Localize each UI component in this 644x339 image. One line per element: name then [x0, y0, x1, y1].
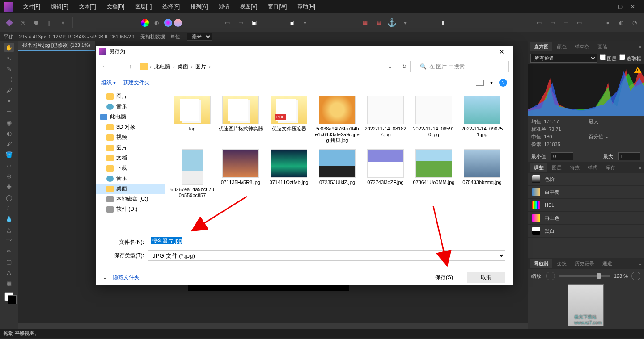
pen-icon[interactable]: ✑	[4, 247, 14, 255]
panel-menu-icon[interactable]: ≡	[639, 261, 641, 266]
horizontal-scrollbar[interactable]	[18, 323, 528, 329]
close-icon[interactable]: ✕	[631, 4, 635, 10]
tab-brushes[interactable]: 画笔	[594, 42, 611, 51]
marquee2-icon[interactable]: ▭	[235, 17, 246, 29]
hue-icon[interactable]	[164, 19, 172, 27]
menu-view[interactable]: 视图[V]	[235, 0, 263, 13]
sidebar-item[interactable]: 桌面	[96, 184, 165, 194]
menu-select[interactable]: 选择[S]	[157, 0, 185, 13]
persona-photo-icon[interactable]: ◎	[17, 17, 29, 29]
menu-filter[interactable]: 滤镜	[213, 0, 235, 13]
tab-color[interactable]: 颜色	[553, 42, 570, 51]
filename-input[interactable]: 报名照片.jpg	[148, 237, 505, 247]
selection-checkbox[interactable]: 选取框	[619, 54, 641, 62]
move-tool-icon[interactable]: ↖	[4, 54, 14, 63]
search-input[interactable]: 🔍 在 图片 中搜索	[417, 61, 509, 72]
eraser-icon[interactable]: ▱	[4, 161, 14, 170]
save-button[interactable]: 保存(S)	[425, 272, 463, 283]
export-icon[interactable]: ●	[602, 17, 614, 29]
sidebar-item[interactable]: 软件 (D:)	[96, 204, 165, 214]
zoom-slider[interactable]	[559, 275, 610, 277]
color-wheel-icon[interactable]	[141, 19, 149, 27]
document-tab[interactable]: 报名照片.jpg [已修改] (123.1%)	[18, 41, 95, 51]
file-item[interactable]: 075433bbzmq.jpg	[459, 147, 505, 200]
file-item[interactable]: 2022-11-14_085910.jpg	[411, 94, 457, 146]
file-item[interactable]: log	[169, 94, 216, 146]
blur-icon[interactable]: 💧	[4, 214, 14, 223]
soft-proof-icon[interactable]	[174, 19, 182, 27]
heal-icon[interactable]: ✚	[4, 182, 14, 191]
file-item[interactable]: 63267ea14a9bc6780b559bc857	[169, 147, 216, 200]
sidebar-item[interactable]: 音乐	[96, 101, 165, 112]
cancel-button[interactable]: 取消	[467, 272, 505, 283]
panel3-icon[interactable]: ▭	[560, 17, 572, 29]
adjustment-item[interactable]: 色阶	[528, 173, 644, 186]
paint-brush-icon[interactable]: 🖌	[4, 139, 14, 148]
max-input[interactable]	[618, 152, 640, 160]
crop-dropdown-icon[interactable]: ▾	[299, 17, 311, 29]
tab-navigator[interactable]: 导航器	[530, 259, 552, 268]
new-folder-button[interactable]: 新建文件夹	[123, 79, 150, 87]
organize-button[interactable]: 组织 ▾	[101, 79, 116, 87]
quickmask-icon[interactable]: ▣	[248, 17, 260, 29]
persona-liquify-icon[interactable]: ⬢	[30, 17, 42, 29]
text-tool-icon[interactable]: A	[4, 268, 14, 277]
tab-transform[interactable]: 变换	[553, 259, 570, 268]
file-item[interactable]: 071135Hv5R8.jpg	[217, 147, 264, 200]
sidebar-item[interactable]: 下载	[96, 163, 165, 173]
contrast-icon[interactable]: ◐	[151, 17, 162, 29]
file-item[interactable]: 优速文件压缩器	[266, 94, 312, 146]
help-button[interactable]: ?	[499, 79, 507, 87]
tab-histogram[interactable]: 直方图	[530, 42, 552, 51]
nav-up-icon[interactable]: ↑	[126, 62, 134, 71]
menu-window[interactable]: 窗口[W]	[263, 0, 292, 13]
hide-folders-link[interactable]: 隐藏文件夹	[113, 274, 140, 281]
tab-channels[interactable]: 通道	[599, 259, 616, 268]
file-item[interactable]: 072743l3oZF.jpg	[362, 147, 409, 200]
file-item[interactable]: 071411OztMb.jpg	[266, 147, 312, 200]
sidebar-item[interactable]: 此电脑	[96, 112, 165, 122]
grid-icon[interactable]: ▦	[359, 17, 371, 29]
panel-menu-icon[interactable]: ≡	[639, 44, 641, 49]
refresh-button[interactable]: ↻	[398, 61, 411, 72]
nav-back-icon[interactable]: ←	[99, 62, 110, 71]
layer-checkbox[interactable]: 图层	[600, 54, 617, 62]
color-picker-icon[interactable]: ✎	[4, 64, 14, 73]
view-mode-button[interactable]	[476, 80, 484, 86]
file-item[interactable]: 2022-11-14_081827.jpg	[362, 94, 409, 146]
adjustment-item[interactable]: HSL	[528, 199, 644, 212]
sidebar-item[interactable]: 图片	[96, 142, 165, 153]
snap-icon[interactable]: ⚓	[386, 17, 398, 29]
dodge-icon[interactable]: ◯	[4, 193, 14, 202]
breadcrumb[interactable]: ›此电脑 ›桌面 ›图片 › ⌄	[137, 61, 395, 72]
marquee-tool-icon[interactable]: ▭	[4, 107, 14, 116]
zoom-out-button[interactable]: −	[546, 272, 555, 280]
hand-tool-icon[interactable]: ✋	[4, 43, 14, 52]
flood-select-icon[interactable]: ◉	[4, 118, 14, 127]
gradient-tool-icon[interactable]: ◐	[4, 129, 14, 138]
file-item[interactable]: 073641Uo0MM.jpg	[411, 147, 457, 200]
chevron-down-icon[interactable]: ⌄	[103, 274, 107, 280]
crop-tool-icon[interactable]: ⛶	[4, 75, 14, 84]
adjustment-item[interactable]: 再上色	[528, 212, 644, 225]
file-item[interactable]: 3c038a94f76fa7ff4be1c64d3afe2a9c.jpeg 拷贝…	[314, 94, 360, 146]
menu-text[interactable]: 文本[T]	[74, 0, 102, 13]
zoom-in-button[interactable]: +	[631, 272, 640, 280]
min-input[interactable]	[551, 152, 573, 160]
tab-adjustments[interactable]: 调整	[530, 163, 547, 172]
savetype-select[interactable]: JPG 文件 (*.jpg)	[148, 250, 505, 261]
menu-layer[interactable]: 图层[L]	[130, 0, 157, 13]
export2-icon[interactable]: ◐	[615, 17, 627, 29]
persona-export-icon[interactable]: ⟪	[57, 17, 69, 29]
tab-styles[interactable]: 样式	[584, 163, 601, 172]
panel1-icon[interactable]: ▭	[533, 17, 545, 29]
maximize-icon[interactable]: ▢	[618, 4, 623, 10]
sidebar-item[interactable]: 文档	[96, 153, 165, 163]
panel4-icon[interactable]: ▭	[573, 17, 585, 29]
mesh-icon[interactable]: ▦	[4, 279, 14, 288]
crop-mode-icon[interactable]: ▣	[286, 17, 297, 29]
menu-document[interactable]: 文档[D]	[102, 0, 130, 13]
export3-icon[interactable]: ◔	[629, 17, 640, 29]
navigator-preview[interactable]: 极光下载站 www.xz7.com	[531, 284, 640, 326]
sidebar-item[interactable]: 视频	[96, 132, 165, 142]
